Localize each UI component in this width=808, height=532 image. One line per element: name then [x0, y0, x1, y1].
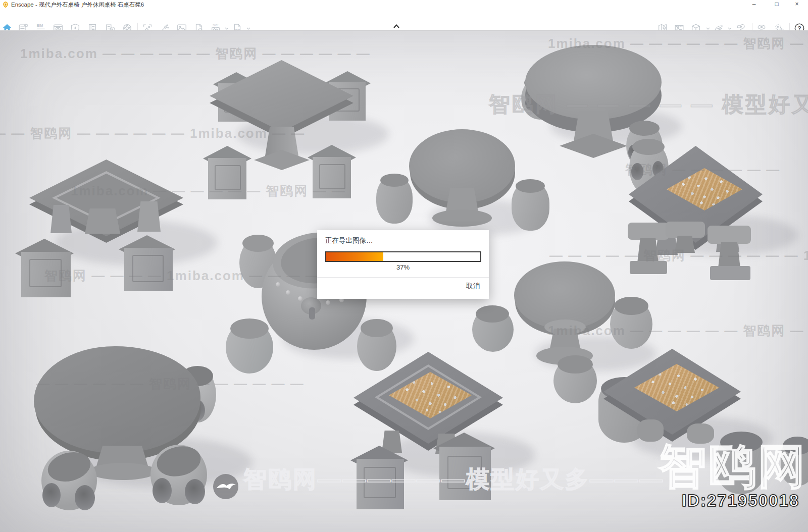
wing-dropdown-chevron-icon[interactable] [728, 27, 732, 30]
stone-bench-stool [628, 223, 669, 240]
cancel-button[interactable]: 取消 [466, 282, 480, 291]
watermark-row: 智鸥网 — — — — — 模型好又多 — [489, 90, 808, 119]
maximize-button[interactable]: □ [768, 0, 785, 9]
watermark-row: 1miba.com — — — — — — 智鸥网 — — — — — — [548, 35, 808, 52]
close-button[interactable]: × [788, 0, 805, 9]
export-progress-dialog: 正在导出图像… 37% 取消 [317, 230, 489, 299]
seagull-badge [213, 474, 238, 499]
watermark-row: 1miba.com — — — — — — 智鸥网 — — — — — — [20, 45, 371, 63]
watermark-row: 智鸥网 — — — — 1miba.com — — — — — — [44, 267, 357, 285]
watermark-row: 1miba.com — — — — — — 智鸥网 — — — — [548, 322, 808, 340]
title-bar: Enscape - 现代户外石桌椅 户外休闲桌椅 石桌石凳6 – □ × [0, 0, 808, 9]
watermark-big-logo: 智鸥网 [659, 435, 807, 499]
svg-text:BIM: BIM [37, 24, 43, 27]
progress-fill [326, 252, 383, 261]
minimize-button[interactable]: – [745, 0, 763, 9]
watermark-row: 1miba.com — — — — — — 智鸥网 — — [71, 182, 346, 200]
watermark-brand-row: 智鸥网——————模型好又多——— [243, 464, 664, 495]
stone-bench-stool [666, 222, 705, 238]
render-viewport[interactable]: 1miba.com — — — — — — 智鸥网 — — — — — — 1m… [0, 30, 808, 532]
watermark-row: — — — — — — 智鸥网 — — — — — — [36, 375, 305, 393]
progress-bar [325, 251, 481, 262]
stone-table-top [514, 261, 615, 329]
watermark-row: — — 智鸥网 — — — — — — 1miba.com — — [0, 125, 305, 142]
stone-bench-stool [708, 226, 751, 244]
cube-dropdown-chevron-icon[interactable] [706, 27, 710, 30]
exe-dropdown-chevron-icon[interactable] [246, 27, 250, 30]
progress-percent-label: 37% [317, 263, 489, 271]
dialog-title: 正在导出图像… [325, 236, 373, 245]
panorama-dropdown-chevron-icon[interactable] [225, 27, 229, 30]
collapse-toolbar-button[interactable] [393, 24, 399, 28]
stone-table-top [34, 346, 200, 453]
watermark-row: — — — — — 智鸥网 — — — — — — 1miba.c [549, 247, 808, 264]
dialog-divider [317, 277, 489, 278]
svg-text:360°: 360° [213, 24, 218, 27]
seagull-bird-icon [213, 474, 238, 499]
enscape-window: Enscape - 现代户外石桌椅 户外休闲桌椅 石桌石凳6 – □ × BIM [0, 0, 808, 532]
watermark-row: 智鸥网 — — — — — — [625, 161, 780, 179]
model-id-text: ID:271950018 [682, 491, 799, 510]
main-toolbar: BIM 360° EXE [0, 9, 808, 30]
window-title: Enscape - 现代户外石桌椅 户外休闲桌椅 石桌石凳6 [11, 1, 144, 9]
enscape-logo-icon [2, 1, 9, 8]
